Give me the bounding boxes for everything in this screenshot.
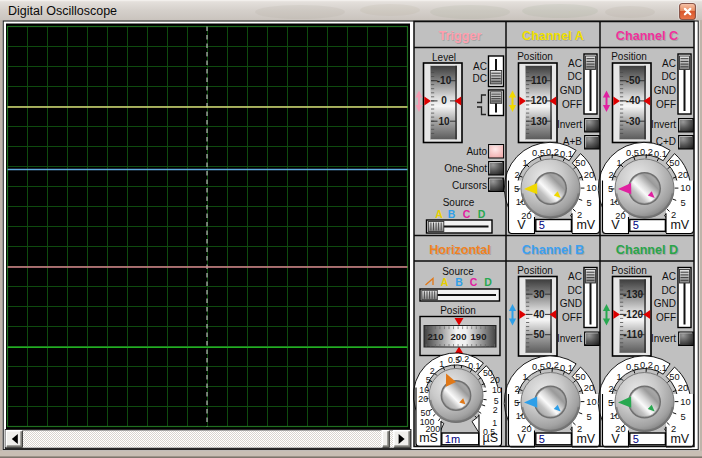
svg-text:5: 5 [633,433,639,445]
svg-text:D: D [478,208,486,220]
svg-text:AC: AC [662,58,676,69]
svg-text:2: 2 [608,170,613,180]
svg-text:0.1: 0.1 [468,361,480,371]
svg-text:D: D [484,276,492,288]
svg-text:DC: DC [662,285,676,296]
svg-text:Channel D: Channel D [616,243,678,257]
svg-text:2: 2 [514,170,519,180]
svg-text:OFF: OFF [656,99,676,110]
svg-text:50: 50 [669,158,679,168]
svg-text:0.2: 0.2 [546,360,559,370]
svg-text:Position: Position [440,305,476,316]
svg-text:1: 1 [522,158,527,168]
svg-text:10: 10 [586,397,596,407]
svg-text:20: 20 [678,170,688,180]
svg-text:Horizontal: Horizontal [429,243,491,257]
svg-text:40: 40 [533,309,545,320]
svg-text:200: 200 [451,331,467,342]
svg-text:50: 50 [421,408,431,418]
svg-text:130: 130 [531,116,548,127]
svg-text:-40: -40 [626,95,641,106]
svg-text:20: 20 [584,383,594,393]
svg-text:Invert: Invert [557,119,582,130]
svg-text:5: 5 [608,398,613,408]
svg-text:DC: DC [662,71,676,82]
svg-text:5: 5 [586,412,591,422]
svg-text:DC: DC [568,71,582,82]
svg-text:2: 2 [514,384,519,394]
svg-text:C: C [463,208,471,220]
svg-text:1: 1 [616,158,621,168]
svg-text:5: 5 [586,198,591,208]
svg-text:20: 20 [678,383,688,393]
svg-text:A: A [441,276,449,288]
svg-text:10: 10 [438,116,450,127]
svg-text:50: 50 [533,329,545,340]
svg-text:-10: -10 [437,75,452,86]
svg-text:0.1: 0.1 [654,363,667,373]
svg-text:0.5: 0.5 [532,362,545,372]
svg-text:2: 2 [608,384,613,394]
svg-text:OFF: OFF [656,312,676,323]
svg-text:0.2: 0.2 [546,147,559,157]
svg-text:20: 20 [584,170,594,180]
svg-text:190: 190 [471,331,487,342]
svg-text:Channel A: Channel A [522,29,584,43]
svg-text:B: B [448,208,456,220]
svg-text:GND: GND [654,85,676,96]
svg-text:mV: mV [670,432,689,446]
svg-text:Trigger: Trigger [439,29,482,43]
svg-text:2: 2 [493,405,498,415]
svg-text:5: 5 [514,184,519,194]
svg-text:-130: -130 [623,289,643,300]
svg-text:Invert: Invert [651,333,676,344]
svg-text:OFF: OFF [562,99,582,110]
svg-text:50: 50 [575,372,585,382]
svg-text:50: 50 [669,372,679,382]
svg-text:-50: -50 [626,75,641,86]
svg-text:mV: mV [670,218,689,232]
svg-text:1: 1 [522,372,527,382]
svg-text:AC: AC [662,271,676,282]
svg-text:30: 30 [533,289,545,300]
svg-text:1: 1 [439,359,444,369]
svg-text:1m: 1m [445,433,460,445]
svg-text:5: 5 [514,398,519,408]
svg-text:10: 10 [492,385,502,395]
svg-text:mS: mS [419,431,438,445]
svg-text:5: 5 [608,184,613,194]
svg-text:5: 5 [539,219,545,231]
svg-text:Invert: Invert [557,333,582,344]
svg-text:10: 10 [586,183,596,193]
svg-text:mV: mV [576,432,595,446]
svg-text:GND: GND [654,298,676,309]
svg-text:OFF: OFF [562,312,582,323]
svg-text:One-Shot: One-Shot [444,163,487,174]
svg-text:-110: -110 [623,329,643,340]
svg-text:20: 20 [490,375,500,385]
svg-text:GND: GND [560,85,582,96]
svg-text:Auto: Auto [466,146,487,157]
svg-text:20: 20 [418,394,428,404]
svg-text:0.1: 0.1 [654,149,667,159]
svg-text:Position: Position [611,265,647,276]
svg-text:0.1: 0.1 [560,363,573,373]
svg-text:AC: AC [568,58,582,69]
svg-text:Invert: Invert [651,119,676,130]
svg-text:100: 100 [420,417,435,427]
svg-text:0.1: 0.1 [560,149,573,159]
svg-text:B: B [455,276,463,288]
svg-text:-120: -120 [623,309,643,320]
svg-text:A: A [435,208,443,220]
svg-text:0.5: 0.5 [532,148,545,158]
svg-text:10: 10 [680,397,690,407]
svg-text:Cursors: Cursors [452,180,487,191]
svg-text:0.2: 0.2 [640,360,653,370]
svg-text:0: 0 [441,95,447,106]
svg-text:210: 210 [428,331,444,342]
svg-text:5: 5 [680,412,685,422]
svg-text:0.5: 0.5 [626,148,639,158]
svg-text:Channel C: Channel C [616,29,678,43]
svg-text:0.2: 0.2 [640,147,653,157]
svg-text:50: 50 [575,158,585,168]
